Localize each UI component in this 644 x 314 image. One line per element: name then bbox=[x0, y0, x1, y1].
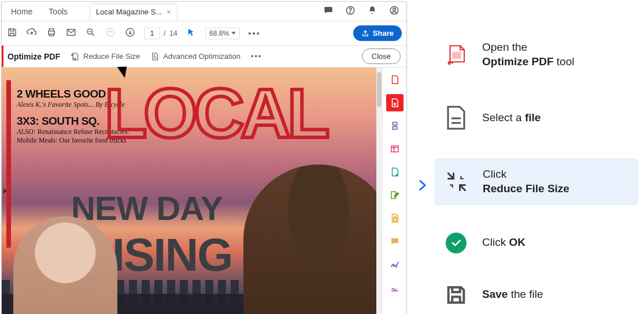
step-click-ok: Click OK bbox=[435, 225, 638, 261]
bell-icon[interactable] bbox=[365, 3, 380, 20]
step-3-text: Click Reduce File Size bbox=[483, 167, 569, 196]
svg-rect-0 bbox=[324, 7, 332, 12]
zoom-value: 68.8% bbox=[209, 29, 229, 38]
tab-document-title: Local Magazine S... bbox=[96, 8, 162, 16]
svg-point-2 bbox=[350, 12, 350, 13]
optimize-more-button[interactable]: ••• bbox=[251, 52, 262, 61]
reduce-size-icon bbox=[443, 169, 470, 195]
close-tool-button[interactable]: Close bbox=[362, 48, 401, 64]
step-4-text: Click OK bbox=[482, 235, 525, 250]
rail-organize-pages[interactable] bbox=[386, 140, 404, 158]
optimize-toolbar: Optimize PDF Reduce File Size Advanced O… bbox=[2, 46, 406, 68]
tab-document[interactable]: Local Magazine S... × bbox=[90, 3, 177, 20]
doc-accent-bar bbox=[6, 80, 11, 248]
close-tab-icon[interactable]: × bbox=[166, 8, 171, 16]
acrobat-window: Home Tools Local Magazine S... × bbox=[1, 1, 407, 314]
share-button[interactable]: Share bbox=[353, 25, 402, 41]
print-icon[interactable] bbox=[46, 27, 57, 39]
doc-slogan-1: NEW DAY bbox=[71, 192, 223, 225]
tool-rail bbox=[382, 68, 406, 314]
doc-person-right bbox=[243, 165, 376, 314]
file-icon bbox=[443, 104, 469, 131]
page-separator: / bbox=[164, 29, 166, 38]
content-area: 2 WHEELS GOOD Alexis K.'s Favorite Spots… bbox=[2, 68, 406, 314]
comment-bubble-icon[interactable] bbox=[321, 3, 336, 20]
reduce-file-size-button[interactable]: Reduce File Size bbox=[71, 52, 140, 61]
rail-comment[interactable] bbox=[386, 233, 404, 250]
reduce-file-size-label: Reduce File Size bbox=[83, 52, 140, 61]
step-1-text: Open the Optimize PDF tool bbox=[482, 40, 574, 69]
account-icon[interactable] bbox=[387, 3, 402, 20]
email-icon[interactable] bbox=[65, 27, 77, 39]
doc-person-left bbox=[13, 216, 117, 314]
svg-rect-14 bbox=[452, 51, 461, 58]
rail-signature[interactable] bbox=[386, 279, 404, 296]
vertical-scrollbar[interactable] bbox=[376, 68, 382, 314]
page-total: 14 bbox=[169, 29, 177, 38]
cloud-upload-icon[interactable] bbox=[26, 27, 38, 39]
save-icon[interactable] bbox=[6, 27, 18, 39]
share-label: Share bbox=[373, 29, 394, 38]
page-indicator: / 14 bbox=[144, 28, 177, 39]
rail-send-review[interactable] bbox=[386, 163, 404, 181]
tab-home[interactable]: Home bbox=[6, 2, 37, 21]
step-save-file: Save the file bbox=[435, 275, 638, 314]
rail-fill-sign[interactable] bbox=[386, 256, 404, 273]
page-up-icon[interactable] bbox=[105, 27, 116, 39]
zoom-out-icon[interactable] bbox=[85, 27, 97, 39]
rail-export-pdf[interactable] bbox=[386, 117, 404, 134]
step-5-text: Save the file bbox=[482, 287, 543, 302]
more-tools-icon[interactable]: ••• bbox=[248, 28, 260, 38]
rail-edit-pdf[interactable] bbox=[386, 186, 404, 204]
step-select-file: Select a file bbox=[435, 96, 638, 139]
rail-create-pdf[interactable] bbox=[386, 71, 404, 88]
svg-rect-12 bbox=[393, 218, 396, 221]
chevron-down-icon bbox=[231, 32, 236, 35]
step-2-text: Select a file bbox=[482, 111, 541, 125]
zoom-dropdown[interactable]: 68.8% bbox=[205, 28, 240, 39]
rail-protect[interactable] bbox=[386, 210, 404, 227]
page-down-icon[interactable] bbox=[124, 27, 136, 39]
selection-tool-icon[interactable] bbox=[186, 28, 197, 39]
step-reduce-file-size: Click Reduce File Size bbox=[435, 159, 638, 204]
optimize-title: Optimize PDF bbox=[8, 52, 60, 61]
advanced-optimization-button[interactable]: Advanced Optimization bbox=[150, 52, 240, 61]
document-page[interactable]: 2 WHEELS GOOD Alexis K.'s Favorite Spots… bbox=[2, 68, 376, 314]
help-icon[interactable] bbox=[343, 3, 358, 20]
window-tabs: Home Tools Local Magazine S... × bbox=[2, 2, 406, 21]
main-toolbar: / 14 68.8% ••• Share bbox=[2, 21, 406, 46]
svg-rect-5 bbox=[49, 31, 55, 34]
svg-rect-10 bbox=[391, 146, 398, 152]
doc-masthead: LOCAL bbox=[105, 73, 326, 153]
instruction-panel: Open the Optimize PDF tool Select a file bbox=[408, 0, 644, 314]
check-icon bbox=[443, 233, 469, 253]
optimize-pdf-icon bbox=[443, 43, 469, 67]
page-current-input[interactable] bbox=[144, 28, 160, 39]
tab-tools[interactable]: Tools bbox=[44, 2, 72, 21]
active-tool-indicator bbox=[2, 46, 3, 67]
rail-optimize-pdf[interactable] bbox=[386, 94, 404, 111]
svg-point-4 bbox=[393, 8, 396, 10]
pointer-arrow-icon bbox=[415, 178, 430, 195]
advanced-optimization-label: Advanced Optimization bbox=[163, 52, 240, 61]
svg-rect-13 bbox=[391, 238, 398, 243]
expand-left-panel-icon[interactable] bbox=[2, 178, 9, 204]
save-file-icon bbox=[443, 283, 469, 306]
step-open-optimize: Open the Optimize PDF tool bbox=[435, 32, 638, 77]
scrollbar-thumb[interactable] bbox=[377, 72, 382, 107]
